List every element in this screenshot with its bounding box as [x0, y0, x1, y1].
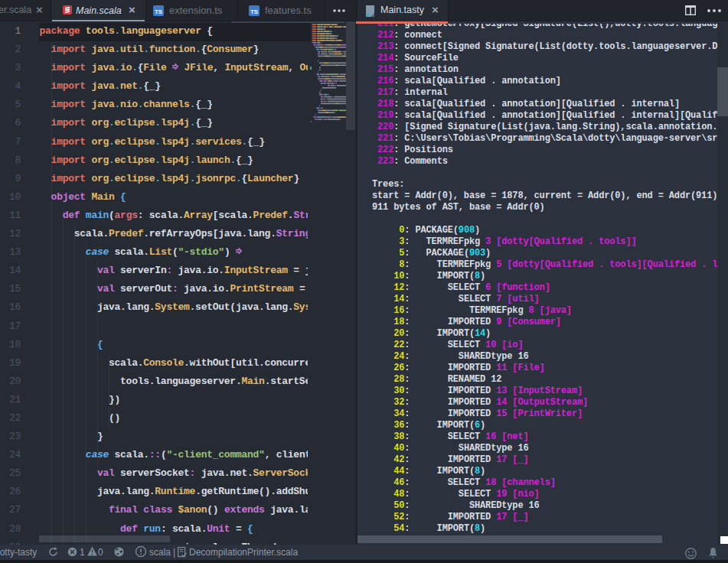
svg-text:TS: TS [155, 8, 163, 15]
svg-text:TS: TS [250, 8, 259, 15]
